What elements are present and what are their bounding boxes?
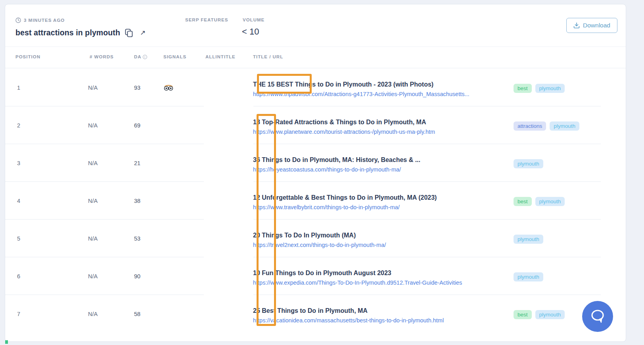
position-value: 5 [17,220,20,257]
da-value: 69 [134,106,140,144]
da-value: 58 [134,295,140,333]
keyword-text: best attractions in plymouth [15,28,120,37]
result-title: 20 Things To Do In Plymouth (MA) [253,231,511,240]
volume-label: VOLUME [243,17,264,22]
result-url-link[interactable]: https://www.planetware.com/tourist-attra… [253,129,511,135]
tag-plymouth: plymouth [514,272,543,281]
tag-list: bestplymouth [514,84,565,93]
download-icon [573,22,580,29]
words-value: N/A [88,144,98,182]
da-value: 93 [134,69,140,106]
tag-list: bestplymouth [514,310,565,319]
result-title: 25 Best Things to Do in Plymouth, MA [253,306,511,316]
table-row: 2 N/A 69 18 Top-Rated Attractions & Thin… [5,106,626,144]
position-value: 4 [17,182,20,220]
column-header-title-url: TITLE / URL [253,54,283,59]
words-value: N/A [88,257,98,295]
tag-best: best [514,84,532,93]
position-value: 1 [17,69,20,106]
position-value: 3 [17,144,20,182]
column-header-da: DA [134,54,142,59]
result-title: 36 Things to Do in Plymouth, MA: History… [253,155,511,165]
header-divider [5,46,626,47]
timestamp-label: 3 MINUTES AGO [24,18,65,23]
tag-list: attractionsplymouth [514,121,579,131]
annotation-box-title-highlight [257,74,312,94]
tag-list: bestplymouth [514,197,565,206]
result-url-link[interactable]: https://www.expedia.com/Things-To-Do-In-… [253,279,511,286]
da-value: 53 [134,220,140,257]
tag-attractions: attractions [514,121,546,131]
da-value: 38 [134,182,140,220]
results-table-body: 1 N/A 93 THE 15 BEST Things to Do in Ply… [5,69,626,333]
tag-plymouth: plymouth [550,121,579,131]
column-header-divider [5,68,626,68]
table-row: 4 N/A 38 12 Unforgettable & Best Things … [5,182,626,220]
result-url-link[interactable]: https://www.travelbybrit.com/things-to-d… [253,204,511,210]
timestamp-row: 3 MINUTES AGO [15,17,65,23]
clock-icon [15,17,21,23]
result-url-link[interactable]: https://vacationidea.com/massachusetts/b… [253,317,511,324]
column-header-signals: SIGNALS [163,54,186,59]
tag-best: best [514,197,532,206]
position-value: 6 [17,257,20,295]
table-row: 1 N/A 93 THE 15 BEST Things to Do in Ply… [5,69,626,106]
da-value: 90 [134,257,140,295]
tag-list: plymouth [514,235,543,244]
tripadvisor-icon [163,85,174,91]
volume-value: < 10 [242,27,259,37]
tag-best: best [514,310,532,319]
copy-icon[interactable] [125,29,133,37]
tag-list: plymouth [514,159,543,168]
words-value: N/A [88,106,98,144]
info-icon[interactable]: i [143,55,147,59]
tag-plymouth: plymouth [535,197,565,206]
words-value: N/A [88,220,98,257]
result-title: 10 Fun Things to Do in Plymouth August 2… [253,268,511,278]
result-title: 12 Unforgettable & Best Things to Do in … [253,193,511,202]
result-url-link[interactable]: https://travel2next.com/things-to-do-in-… [253,242,511,248]
column-header-allintitle: ALLINTITLE [205,54,236,59]
tag-plymouth: plymouth [535,310,565,319]
words-value: N/A [88,69,98,106]
table-row: 3 N/A 21 36 Things to Do in Plymouth, MA… [5,144,626,182]
words-value: N/A [88,182,98,220]
position-value: 7 [17,295,20,333]
words-value: N/A [88,295,98,333]
download-button[interactable]: Download [566,18,617,33]
da-value: 21 [134,144,140,182]
result-url-link[interactable]: https://heyeastcoastusa.com/things-to-do… [253,166,511,173]
tag-plymouth: plymouth [514,159,543,168]
open-serp-icon[interactable]: ↗ [140,29,146,37]
table-row: 6 N/A 90 10 Fun Things to Do in Plymouth… [5,257,626,295]
serp-features-label: SERP FEATURES [185,17,228,22]
tag-plymouth: plymouth [535,84,565,93]
annotation-box-number-column [257,114,276,326]
chat-bubble-icon [589,308,606,324]
signals-cell [163,69,174,106]
result-title: 18 Top-Rated Attractions & Things to Do … [253,118,511,127]
tag-list: plymouth [514,272,543,281]
corner-marker [5,340,8,344]
column-header-position: POSITION [15,54,40,59]
column-header-words: # WORDS [90,54,114,59]
chat-launcher-button[interactable] [582,301,613,332]
table-row: 7 N/A 58 25 Best Things to Do in Plymout… [5,295,626,333]
keyword-report-card: 3 MINUTES AGO best attractions in plymou… [5,4,626,342]
position-value: 2 [17,106,20,144]
table-row: 5 N/A 53 20 Things To Do In Plymouth (MA… [5,220,626,257]
download-label: Download [583,22,610,29]
tag-plymouth: plymouth [514,235,543,244]
